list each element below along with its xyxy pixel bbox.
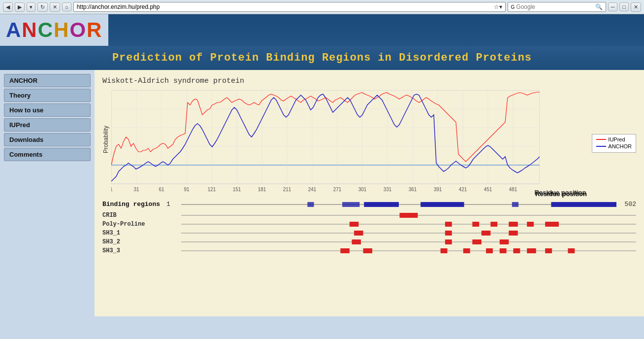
svg-rect-58 (472, 222, 479, 227)
svg-text:61: 61 (159, 187, 164, 192)
content-area: Wiskott-Aldrich syndrome protein Probabi… (95, 70, 644, 316)
sidebar-item-how-to-use[interactable]: How to use (4, 103, 91, 117)
star-icon: ☆ (494, 3, 499, 10)
svg-text:211: 211 (283, 187, 291, 192)
iupred-legend-line (596, 139, 606, 140)
crib-label: CRIB (102, 212, 166, 219)
dropdown-button[interactable]: ▾ (27, 2, 35, 12)
svg-rect-0 (111, 90, 540, 184)
sh3-2-bar (181, 239, 636, 245)
svg-rect-54 (400, 213, 418, 218)
legend-iupred: IUPred (596, 136, 632, 142)
browser-chrome: ◀ ▶ ▾ ↻ ✕ ⌂ ☆ ▾ G 🔍 ─ □ ✕ (0, 0, 644, 14)
svg-rect-51 (512, 202, 518, 207)
sidebar: ANCHOR Theory How to use IUPred Download… (0, 70, 95, 316)
svg-rect-49 (364, 202, 399, 207)
svg-rect-64 (354, 231, 363, 236)
back-button[interactable]: ◀ (3, 2, 13, 12)
svg-text:181: 181 (258, 187, 266, 192)
logo-h: H (54, 18, 69, 41)
logo-c: C (38, 18, 54, 41)
svg-rect-78 (486, 248, 493, 253)
search-icon: 🔍 (595, 3, 603, 10)
svg-rect-81 (527, 248, 536, 253)
main-layout: ANCHOR Theory How to use IUPred Download… (0, 70, 644, 316)
sidebar-item-anchor[interactable]: ANCHOR (4, 74, 91, 87)
svg-rect-62 (545, 222, 559, 227)
motif-section: CRIB Poly-Proline (102, 212, 636, 254)
chart-area: 0.0 0.2 0.4 0.6 0.8 1.0 1 31 61 91 121 (111, 90, 586, 196)
svg-text:361: 361 (409, 187, 417, 192)
chart-legend: IUPred ANCHOR (592, 134, 636, 153)
logo-a: A (6, 18, 22, 41)
svg-text:31: 31 (133, 187, 139, 192)
home-button[interactable]: ⌂ (62, 2, 71, 11)
svg-rect-61 (527, 222, 534, 227)
svg-rect-72 (500, 239, 509, 244)
motif-row-poly-proline: Poly-Proline (102, 221, 636, 228)
svg-rect-69 (352, 239, 361, 244)
page-title: Prediction of Protein Binding Regions in… (0, 52, 644, 64)
motif-row-sh3-1: SH3_1 (102, 230, 636, 237)
svg-rect-47 (307, 202, 314, 207)
svg-rect-70 (445, 239, 452, 244)
stop-button[interactable]: ✕ (50, 2, 60, 12)
svg-rect-56 (350, 222, 358, 227)
main-chart: 0.0 0.2 0.4 0.6 0.8 1.0 1 31 61 91 121 (111, 90, 540, 194)
svg-rect-82 (545, 248, 552, 253)
sh3-1-bar (181, 230, 636, 236)
protein-title: Wiskott-Aldrich syndrome protein (102, 77, 636, 85)
page-title-bar: Prediction of Protein Binding Regions in… (0, 46, 644, 70)
svg-rect-50 (420, 202, 464, 207)
logo-n: N (22, 18, 37, 41)
svg-rect-57 (445, 222, 452, 227)
svg-text:121: 121 (208, 187, 216, 192)
svg-rect-74 (340, 248, 349, 253)
svg-rect-48 (342, 202, 359, 207)
sidebar-item-downloads[interactable]: Downloads (4, 133, 91, 146)
svg-text:151: 151 (233, 187, 241, 192)
anchor-legend-line (596, 146, 606, 147)
binding-bar (181, 201, 616, 208)
logo-o: O (69, 18, 87, 41)
svg-text:91: 91 (184, 187, 190, 192)
iupred-legend-label: IUPred (608, 136, 625, 142)
url-input[interactable] (77, 3, 494, 10)
svg-rect-76 (441, 248, 448, 253)
logo-area: ANCHOR (0, 14, 108, 46)
sidebar-item-iupred[interactable]: IUPred (4, 118, 91, 132)
anchor-legend-label: ANCHOR (608, 143, 632, 149)
svg-rect-67 (509, 231, 517, 236)
motif-row-sh3-2: SH3_2 (102, 238, 636, 245)
chart-container: Probability (102, 90, 636, 196)
svg-rect-59 (490, 222, 497, 227)
sidebar-item-theory[interactable]: Theory (4, 89, 91, 102)
binding-section: Binding regions 1 (102, 201, 636, 208)
sh3-3-label: SH3_3 (102, 247, 166, 254)
svg-rect-65 (445, 231, 452, 236)
svg-rect-77 (463, 248, 470, 253)
binding-bar-svg (181, 201, 616, 208)
anchor-logo: ANCHOR (6, 18, 102, 42)
maximize-button[interactable]: □ (619, 2, 629, 11)
sh3-3-bar (181, 248, 636, 254)
y-axis-label: Probability (102, 90, 109, 189)
svg-rect-75 (363, 248, 372, 253)
dropdown-arrow: ▾ (499, 3, 502, 10)
search-bar[interactable]: G 🔍 (508, 2, 606, 12)
forward-button[interactable]: ▶ (15, 2, 25, 12)
sidebar-item-comments[interactable]: Comments (4, 148, 91, 161)
search-input[interactable] (516, 3, 595, 10)
svg-rect-71 (472, 239, 481, 244)
minimize-button[interactable]: ─ (608, 2, 618, 11)
svg-text:421: 421 (459, 187, 467, 192)
binding-regions-label: Binding regions (102, 201, 166, 208)
legend-anchor: ANCHOR (596, 143, 632, 149)
svg-rect-79 (500, 248, 507, 253)
address-bar[interactable]: ☆ ▾ (73, 2, 506, 12)
close-button[interactable]: ✕ (631, 2, 641, 12)
page-header: ANCHOR Prediction of Protein Binding Reg… (0, 14, 644, 70)
binding-end: 502 (616, 201, 636, 208)
motif-row-sh3-3: SH3_3 (102, 247, 636, 254)
refresh-button[interactable]: ↻ (37, 2, 48, 12)
